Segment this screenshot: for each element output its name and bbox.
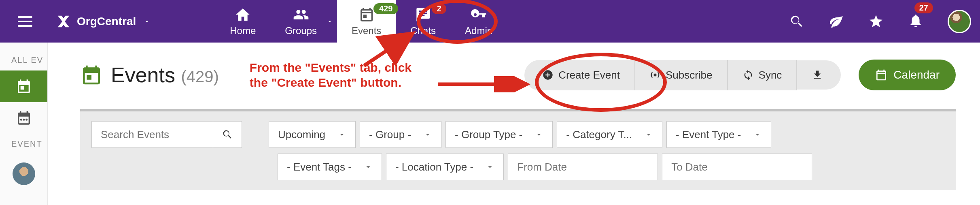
create-event-button[interactable]: Create Event [524, 60, 634, 90]
filter-event-tags-label: - Event Tags - [287, 161, 352, 173]
nav-events-label: Events [352, 25, 381, 36]
download-icon [812, 69, 823, 81]
download-button[interactable] [797, 60, 841, 90]
sync-button[interactable]: Sync [728, 60, 797, 90]
filter-group-type-label: - Group Type - [455, 128, 522, 141]
groups-icon [293, 6, 309, 23]
annotation-text: From the "Events" tab, click the "Create… [250, 60, 412, 90]
from-date-input[interactable] [508, 154, 658, 180]
notifications-button[interactable]: 27 [908, 13, 923, 30]
filter-group[interactable]: - Group - [360, 121, 441, 148]
filter-event-type-label: - Event Type - [676, 128, 741, 141]
rail-calendar-dots-item[interactable] [0, 102, 47, 134]
annotation-line2: the "Create Event" button. [250, 76, 401, 89]
filter-event-type[interactable]: - Event Type - [666, 121, 771, 148]
filter-location-type-label: - Location Type - [395, 161, 473, 173]
key-icon [471, 6, 487, 23]
nav-home[interactable]: Home [215, 0, 270, 43]
filter-category-label: - Category T... [566, 128, 632, 141]
events-count-badge: 429 [373, 3, 398, 14]
calendar-icon [358, 6, 375, 23]
filter-upcoming[interactable]: Upcoming [269, 121, 356, 148]
rail-event-label: EVENT [0, 134, 47, 154]
chevron-down-icon [337, 130, 346, 139]
subscribe-button[interactable]: Subscribe [634, 60, 728, 90]
calendar-dots-icon [16, 110, 32, 126]
nav-chats-label: Chats [410, 25, 436, 36]
chevron-down-icon [423, 130, 432, 139]
broadcast-icon [649, 69, 661, 81]
chevron-down-icon [644, 130, 653, 139]
subscribe-label: Subscribe [666, 69, 713, 81]
page-title-count: (429) [181, 68, 218, 85]
nav-chats[interactable]: Chats 2 [396, 0, 450, 43]
nav-admin-label: Admin [465, 25, 492, 36]
search-submit-button[interactable] [213, 121, 242, 148]
notifications-badge: 27 [914, 2, 933, 13]
topbar-tools: 27 [789, 10, 971, 33]
org-logo-icon [56, 14, 71, 29]
nav-events[interactable]: Events 429 [337, 0, 396, 43]
calendar-label: Calendar [893, 68, 940, 81]
main-nav: Home Groups Events 429 Chats 2 Admin [215, 0, 507, 43]
nav-groups[interactable]: Groups [270, 0, 321, 43]
plus-circle-icon [542, 69, 554, 81]
chevron-down-icon [486, 162, 494, 171]
search-icon[interactable] [789, 14, 804, 29]
brand-dropdown[interactable]: OrgCentral [56, 14, 151, 29]
bell-icon [908, 13, 923, 28]
action-button-group: Create Event Subscribe Sync Calendar [524, 60, 956, 90]
top-bar: OrgCentral Home Groups Events 429 Chats … [0, 0, 980, 43]
create-event-label: Create Event [558, 69, 620, 81]
chat-icon [415, 6, 431, 23]
filter-group-label: - Group - [369, 128, 411, 141]
caret-down-icon [143, 18, 151, 25]
nav-home-label: Home [230, 25, 256, 36]
filter-category[interactable]: - Category T... [557, 121, 662, 148]
user-avatar[interactable] [948, 10, 971, 33]
page-title-text: Events [111, 63, 175, 87]
nav-groups-label: Groups [285, 25, 317, 36]
leaf-icon[interactable] [829, 14, 844, 29]
calendar-button[interactable]: Calendar [859, 60, 956, 90]
left-rail: ALL EV EVENT [0, 43, 48, 205]
page-title: Events (429) [111, 63, 219, 87]
filter-group-type[interactable]: - Group Type - [445, 121, 553, 148]
rail-calendar-item[interactable] [0, 70, 47, 102]
chevron-down-icon [364, 162, 373, 171]
calendar-day-icon [16, 78, 32, 94]
filter-bar: Upcoming - Group - - Group Type - - Cate… [80, 111, 956, 190]
chats-count-badge: 2 [432, 3, 446, 14]
rail-avatar-item[interactable] [13, 162, 35, 185]
home-icon [235, 6, 251, 23]
calendar-icon [875, 68, 888, 81]
calendar-day-icon [80, 64, 103, 86]
annotation-line1: From the "Events" tab, click [250, 61, 412, 74]
chevron-down-icon [535, 130, 543, 139]
main-content: Events (429) From the "Events" tab, clic… [48, 43, 980, 205]
brand-name: OrgCentral [77, 15, 136, 28]
page-header: Events (429) From the "Events" tab, clic… [80, 60, 956, 90]
to-date-input[interactable] [662, 154, 812, 180]
caret-down-icon [327, 18, 333, 25]
filter-event-tags[interactable]: - Event Tags - [278, 154, 382, 180]
sync-label: Sync [759, 69, 782, 81]
menu-toggle[interactable] [18, 13, 36, 30]
sync-icon [742, 69, 754, 81]
search-input[interactable] [91, 121, 213, 148]
search-icon [222, 129, 233, 140]
filter-upcoming-label: Upcoming [278, 128, 325, 141]
chevron-down-icon [753, 130, 762, 139]
star-icon[interactable] [868, 14, 884, 29]
search-events-group [91, 121, 242, 148]
nav-admin[interactable]: Admin [450, 0, 507, 43]
filter-location-type[interactable]: - Location Type - [386, 154, 504, 180]
rail-all-events-label: ALL EV [0, 50, 47, 70]
